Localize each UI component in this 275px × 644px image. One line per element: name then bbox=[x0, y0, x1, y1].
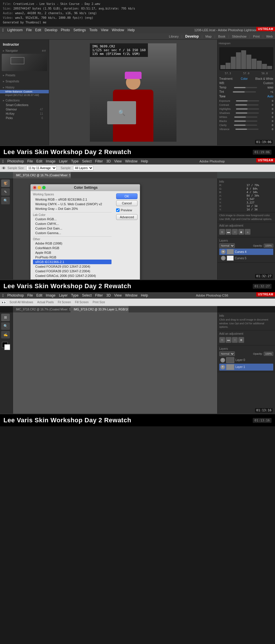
dialog-custom-cmyk[interactable]: Custom CMYK... bbox=[33, 221, 112, 226]
ps2-layer2-eye-icon[interactable]: 👁 bbox=[221, 256, 226, 260]
ps3-opacity-val[interactable]: 100% bbox=[264, 352, 273, 356]
dialog-ok-button[interactable]: OK bbox=[116, 193, 138, 199]
ps3-menu-type[interactable]: Type bbox=[71, 293, 79, 297]
lr-shadows-slider[interactable] bbox=[236, 112, 259, 114]
lr-history-header[interactable]: History bbox=[0, 85, 49, 90]
lr-collection-glamour[interactable]: Glamour 47 bbox=[0, 107, 49, 112]
ps2-menu-file[interactable]: File bbox=[27, 159, 33, 163]
dialog-custom-dot-gain[interactable]: Custom Dot Gain... bbox=[33, 226, 112, 231]
ps2-adj-color-icon[interactable]: ◆ bbox=[238, 229, 244, 235]
lr-menu-window[interactable]: Window bbox=[112, 28, 124, 32]
dialog-apple-rgb[interactable]: Apple RGB bbox=[33, 250, 112, 255]
ps2-menu-type[interactable]: Type bbox=[71, 159, 79, 163]
dialog-minimize-button[interactable] bbox=[38, 186, 41, 189]
lr-menu-lightroom[interactable]: Lightroom bbox=[7, 28, 23, 32]
ps3-tool-move[interactable]: ⊞ bbox=[1, 314, 10, 321]
ps3-layers-title[interactable]: Layers bbox=[219, 347, 273, 351]
ps2-adj-hsl-icon[interactable]: ○ bbox=[232, 229, 238, 235]
lr-tab-book[interactable]: Book bbox=[218, 35, 225, 38]
lr-vibrance-slider[interactable] bbox=[235, 129, 259, 130]
ps2-tab-active[interactable]: IMC_9716.CR2 @ 16.7% (Coated Mixer: S, L… bbox=[13, 172, 71, 178]
ps3-adj-title[interactable]: Add an adjustment bbox=[219, 332, 273, 336]
ps2-menu-window[interactable]: Window bbox=[125, 159, 138, 163]
dialog-coated-item-0[interactable]: Coated FOGRA29 (ISO 12647-2:2004) bbox=[33, 264, 112, 269]
dialog-working-gray[interactable]: Working Gray – Dot Gain 20% bbox=[33, 206, 112, 211]
lr-menu-view[interactable]: View bbox=[101, 28, 108, 32]
ps2-sample-size-select[interactable]: 11 by 11 Average bbox=[26, 166, 57, 171]
dialog-zoom-button[interactable] bbox=[42, 186, 46, 189]
lr-navigator-header[interactable]: Navigator FIT bbox=[0, 48, 49, 53]
lr-collection-picks[interactable]: Picks 6 bbox=[0, 116, 49, 120]
dialog-advanced-button[interactable]: Advanced bbox=[116, 214, 138, 220]
ps3-menu-window[interactable]: Window bbox=[125, 293, 138, 297]
lr-tint-row[interactable]: Tint +1 bbox=[219, 90, 273, 94]
lr-contrast-slider[interactable] bbox=[235, 104, 259, 106]
ps3-menu-edit[interactable]: Edit bbox=[36, 293, 42, 297]
dialog-srgb-selected[interactable]: sRGB IEC61966-2.1 bbox=[33, 260, 112, 264]
ps2-menu-view[interactable]: View bbox=[114, 159, 122, 163]
ps2-menu-filter[interactable]: Filter bbox=[95, 159, 103, 163]
lr-slider-vibrance[interactable]: Vibrance 0 bbox=[219, 127, 273, 131]
dialog-custom-rgb[interactable]: Custom RGB... bbox=[33, 217, 112, 221]
ps2-tool-zoom[interactable]: 🔍 bbox=[1, 197, 10, 204]
ps2-menu-select[interactable]: Select bbox=[82, 159, 92, 163]
ps3-menu-view[interactable]: View bbox=[114, 293, 122, 297]
ps3-adj-icon-1[interactable]: ⎋ bbox=[219, 337, 225, 343]
lr-tint-slider[interactable] bbox=[233, 91, 256, 92]
ps3-menu-3d[interactable]: 3D bbox=[106, 293, 111, 297]
ps3-info-title[interactable]: Info bbox=[219, 314, 273, 318]
ps3-adj-icon-2[interactable]: ▬ bbox=[226, 337, 231, 343]
ps2-layer-mode-select[interactable]: Normal bbox=[219, 243, 235, 248]
ps3-menu-select[interactable]: Select bbox=[82, 293, 92, 297]
dialog-close-button[interactable]: ✕ bbox=[33, 186, 36, 189]
ps3-tool-hand[interactable]: ✍ bbox=[1, 331, 10, 338]
lr-menu-photo[interactable]: Photo bbox=[61, 28, 70, 32]
lr-tab-web[interactable]: Web bbox=[266, 35, 273, 38]
dialog-custom-gamma[interactable]: Custom Gamma... bbox=[33, 231, 112, 235]
ps2-layer-eye-icon[interactable]: 👁 bbox=[221, 249, 226, 254]
ps3-adj-icon-3[interactable]: ○ bbox=[232, 337, 238, 343]
lr-menu-file[interactable]: File bbox=[26, 28, 32, 32]
ps3-menu-file[interactable]: File bbox=[27, 293, 33, 297]
lr-slider-shadows[interactable]: Shadows 0 bbox=[219, 111, 273, 115]
dialog-working-cmyk[interactable]: Working CMYK – U.S. Web Coated (SWOP) v2 bbox=[33, 202, 112, 206]
ps2-menu-image[interactable]: Image bbox=[46, 159, 55, 163]
lr-temp-row[interactable]: Temp 5050 bbox=[219, 85, 273, 90]
lr-exposure-slider[interactable] bbox=[236, 100, 259, 101]
lr-history-item-0[interactable]: White Balance: Custom bbox=[0, 90, 49, 93]
lr-menu-develop[interactable]: Develop bbox=[45, 28, 57, 32]
ps2-menu-photoshop[interactable]: Photoshop bbox=[7, 159, 24, 163]
ps2-sample-select[interactable]: All Layers bbox=[73, 166, 93, 171]
dialog-preview-checkbox[interactable] bbox=[116, 208, 120, 212]
lr-tab-library[interactable]: Library bbox=[169, 35, 179, 38]
dialog-cancel-button[interactable]: Cancel bbox=[116, 200, 138, 206]
dialog-prophoto-rgb[interactable]: ProPhoto RGB bbox=[33, 255, 112, 260]
lr-temp-slider[interactable] bbox=[234, 87, 257, 88]
ps2-adj-levels-icon[interactable]: ▬ bbox=[226, 229, 231, 235]
lr-collections-header[interactable]: Collections bbox=[0, 98, 49, 103]
ps3-layer-item-0[interactable]: 👁 Layer 0 bbox=[219, 357, 273, 364]
lr-slider-exposure[interactable]: Exposure 0 bbox=[219, 99, 273, 103]
lr-menu-settings[interactable]: Settings bbox=[73, 28, 86, 32]
ps3-layer-item-1[interactable]: 👁 Layer 1 bbox=[219, 364, 273, 371]
dialog-working-rgb[interactable]: Working RGB – sRGB IEC61966-2.1 bbox=[33, 197, 112, 202]
ps3-menu-help[interactable]: Help bbox=[141, 293, 148, 297]
ps3-menu-layer[interactable]: Layer bbox=[59, 293, 68, 297]
lr-whites-slider[interactable] bbox=[234, 116, 257, 118]
lr-menu-help[interactable]: Help bbox=[128, 28, 135, 32]
lr-collection-smart[interactable]: Smart Collections bbox=[0, 103, 49, 107]
lr-tab-map[interactable]: Map bbox=[205, 35, 211, 38]
lr-menu-edit[interactable]: Edit bbox=[35, 28, 41, 32]
ps2-adj-curves-icon[interactable]: ⎋ bbox=[219, 229, 225, 235]
dialog-colormatch-rgb[interactable]: ColorMatch RGB bbox=[33, 246, 112, 250]
ps3-layer-mode-select[interactable]: Normal bbox=[219, 351, 235, 356]
lr-collection-hikey[interactable]: Hi-Key 11 bbox=[0, 112, 49, 116]
ps3-tab-1[interactable]: IMC_9718.CR2 @ 16.7% (Coated Mixer: S, L… bbox=[13, 306, 71, 312]
lr-highlights-slider[interactable] bbox=[236, 108, 259, 110]
lr-tab-print[interactable]: Print bbox=[253, 35, 260, 38]
lr-slider-whites[interactable]: Whites 0 bbox=[219, 115, 273, 119]
lr-slider-blacks[interactable]: Blacks 0 bbox=[219, 119, 273, 123]
lr-menu-tools[interactable]: Tools bbox=[89, 28, 97, 32]
ps2-apple-menu[interactable]:  bbox=[2, 159, 4, 164]
lr-snapshots-header[interactable]: Snapshots bbox=[0, 79, 49, 84]
